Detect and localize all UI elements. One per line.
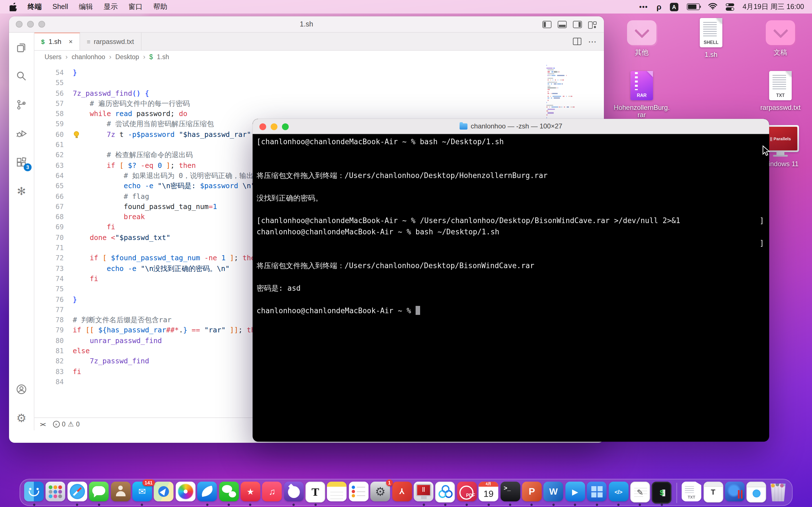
- close-tab-icon[interactable]: ×: [69, 38, 73, 46]
- split-editor-icon[interactable]: [573, 38, 581, 45]
- messages-icon[interactable]: [89, 482, 109, 501]
- terminal-content[interactable]: [chanlonhoo@chanlondeMacBook-Air ~ % bas…: [253, 134, 769, 442]
- desktop-icon-stack-other[interactable]: 其他: [609, 20, 674, 56]
- safari-icon[interactable]: [67, 482, 87, 501]
- rar-file-icon[interactable]: RAR: [630, 71, 653, 100]
- thunder-download-icon[interactable]: [197, 482, 217, 501]
- desktop-icon-file-hohenzollernburg-rar[interactable]: RARHohenzollernBurg. rar: [609, 71, 674, 119]
- breadcrumb-item[interactable]: chanlonhoo: [71, 53, 105, 60]
- dock-item-windows11-vm[interactable]: [587, 482, 607, 504]
- control-center-icon[interactable]: [726, 3, 734, 10]
- minimized-window-t-icon[interactable]: T: [703, 482, 723, 503]
- minimize-button[interactable]: [27, 21, 34, 27]
- close-button[interactable]: [16, 21, 22, 27]
- dock-item-messages[interactable]: [89, 482, 109, 504]
- dock-item-circles-app[interactable]: [435, 482, 455, 504]
- breadcrumb[interactable]: Users›chanlonhoo›Desktop›$1.sh: [35, 51, 604, 62]
- dock-item-word[interactable]: W: [544, 482, 563, 504]
- stack-icon[interactable]: [766, 20, 795, 45]
- arrow-app-icon[interactable]: ▶: [565, 482, 585, 501]
- pdf-expert-icon[interactable]: PDF: [457, 482, 477, 501]
- terminal-traffic-lights[interactable]: [259, 123, 289, 130]
- shelldoc-file-icon[interactable]: SHELL: [700, 18, 722, 47]
- txt-file-icon[interactable]: TXT: [769, 71, 792, 100]
- git-client-icon[interactable]: Y: [392, 482, 412, 501]
- desktop-icon-stack-documents[interactable]: 文稿: [748, 20, 812, 56]
- red-star-app-icon[interactable]: ★: [241, 482, 260, 501]
- vscode-title-bar[interactable]: 1.sh: [9, 16, 604, 33]
- stack-icon[interactable]: [627, 20, 656, 45]
- dock-item-typora[interactable]: T: [305, 482, 325, 504]
- parallels-desktop-icon[interactable]: ||: [414, 482, 434, 501]
- vscode-traffic-lights[interactable]: [16, 21, 45, 27]
- github-desktop-icon[interactable]: [284, 482, 304, 501]
- dock-item-trash[interactable]: [768, 482, 788, 504]
- tab-rarpasswd.txt[interactable]: ≡rarpasswd.txt: [80, 33, 142, 50]
- dock-item-maps[interactable]: [154, 482, 174, 504]
- dock-item-vscode[interactable]: </>: [608, 482, 628, 504]
- breadcrumb-item[interactable]: Users: [45, 53, 61, 60]
- finder-icon[interactable]: [24, 482, 44, 501]
- dock-item-parallels-desktop[interactable]: ||: [414, 482, 434, 504]
- photos-icon[interactable]: [175, 482, 195, 501]
- toggle-secondary-sidebar-icon[interactable]: [573, 20, 582, 28]
- tab-1.sh[interactable]: $1.sh×: [35, 33, 80, 50]
- battery-icon[interactable]: [687, 3, 700, 10]
- powerpoint-icon[interactable]: P: [522, 482, 542, 501]
- dock-item-minimized-window-safari[interactable]: [747, 482, 766, 504]
- explorer-icon[interactable]: [15, 41, 28, 54]
- menu-item-shell[interactable]: Shell: [52, 3, 68, 11]
- music-icon[interactable]: ♫: [262, 482, 282, 501]
- toggle-sidebar-icon[interactable]: [543, 20, 552, 28]
- maps-icon[interactable]: [154, 482, 174, 501]
- input-source-icon[interactable]: A: [670, 3, 678, 11]
- dock-item-git-client[interactable]: Y: [392, 482, 412, 504]
- dock-item-launchpad[interactable]: [46, 482, 65, 504]
- close-button[interactable]: [259, 123, 266, 130]
- dock-item-safari[interactable]: [67, 482, 87, 504]
- breadcrumb-item[interactable]: Desktop: [115, 53, 139, 60]
- minimized-window-win11-icon[interactable]: [725, 482, 745, 501]
- wifi-icon[interactable]: [708, 3, 717, 11]
- zoom-button[interactable]: [282, 123, 289, 130]
- source-control-icon[interactable]: [15, 98, 28, 112]
- openai-extension-icon[interactable]: ✻: [15, 184, 28, 198]
- parallels-status-icon[interactable]: ρ: [656, 2, 661, 11]
- dock-item-music[interactable]: ♫: [262, 482, 282, 504]
- minimize-button[interactable]: [271, 123, 277, 130]
- apple-menu-icon[interactable]: [10, 3, 17, 11]
- dock-item-textedit[interactable]: ✎: [630, 482, 650, 504]
- dock-item-calendar[interactable]: 4月19: [479, 482, 499, 504]
- desktop-icon-file-1sh[interactable]: SHELL1.sh: [678, 18, 744, 59]
- extensions-icon[interactable]: 3: [15, 156, 28, 169]
- typora-icon[interactable]: T: [305, 482, 325, 503]
- dock-item-reminders[interactable]: [349, 482, 368, 504]
- dock-item-finder[interactable]: [24, 482, 44, 504]
- desktop-icon-file-rarpasswd-txt[interactable]: TXTrarpasswd.txt: [748, 71, 812, 112]
- reminders-icon[interactable]: [349, 482, 368, 501]
- terminal-title-bar[interactable]: chanlonhoo — -zsh — 100×27: [253, 119, 769, 134]
- breadcrumb-item[interactable]: 1.sh: [157, 53, 169, 60]
- search-icon[interactable]: [15, 69, 28, 83]
- remote-indicator-icon[interactable]: ><: [40, 421, 45, 427]
- dock-item-pdf-expert[interactable]: PDF: [457, 482, 477, 504]
- vscode-icon[interactable]: </>: [608, 482, 628, 501]
- word-icon[interactable]: W: [544, 482, 563, 501]
- dock-item-thunder-download[interactable]: [197, 482, 217, 504]
- launchpad-icon[interactable]: [46, 482, 65, 501]
- minimized-window-safari-icon[interactable]: [747, 482, 766, 503]
- customize-layout-icon[interactable]: [588, 21, 597, 27]
- dock-item-terminal-app[interactable]: >_: [500, 482, 520, 504]
- contacts-icon[interactable]: [110, 482, 130, 501]
- toggle-panel-icon[interactable]: [558, 20, 567, 28]
- dock-item-iterm[interactable]: $: [652, 482, 672, 504]
- ellipsis-icon[interactable]: •••: [639, 3, 648, 11]
- menu-item-edit[interactable]: 编辑: [79, 2, 93, 11]
- problems-indicator[interactable]: × 0 ⚠ 0: [53, 420, 80, 428]
- dock-item-github-desktop[interactable]: [284, 482, 304, 504]
- menu-item-help[interactable]: 帮助: [153, 2, 167, 11]
- doc-rarpasswd-txt-icon[interactable]: TXT: [682, 482, 702, 501]
- textedit-icon[interactable]: ✎: [630, 482, 650, 503]
- account-icon[interactable]: [15, 383, 28, 396]
- wechat-icon[interactable]: [219, 482, 239, 501]
